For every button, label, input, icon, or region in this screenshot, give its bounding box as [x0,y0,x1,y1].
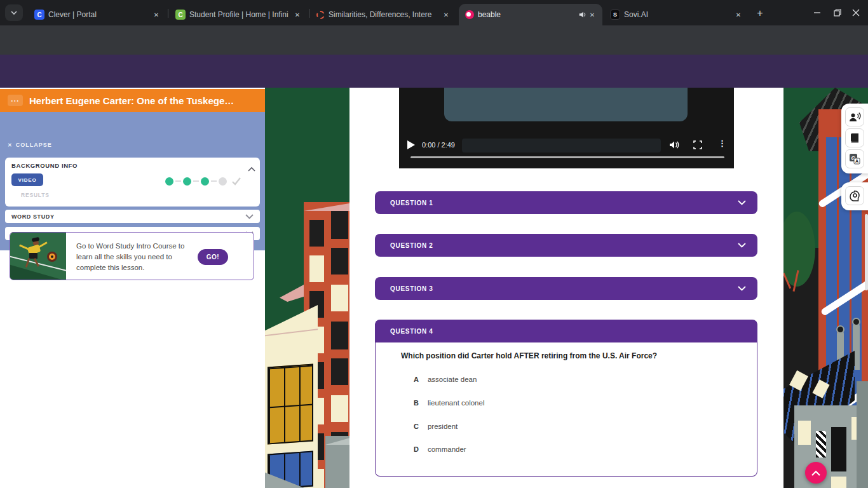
video-player[interactable]: 0:00 / 2:49 ⋮ [399,88,734,168]
new-tab-button[interactable]: + [752,6,768,21]
tab-title: Clever | Portal [48,10,147,19]
tab-close-icon[interactable]: ✕ [733,10,743,20]
answer-option-c[interactable]: C president [414,423,458,430]
question-4-label: QUESTION 4 [390,328,433,335]
option-text: associate dean [428,376,477,383]
text-to-speech-icon [849,112,861,123]
tab-title: Student Profile | Home | Infini [189,10,288,19]
progress-dot-done [183,177,191,186]
question-4-prompt: Which position did Carter hold AFTER ret… [401,351,657,360]
tab-title: Sovi.AI [624,10,729,19]
video-progress-bar[interactable] [410,156,724,158]
option-letter: B [414,399,419,407]
promo-text: Go to Word Study Intro Course to learn a… [66,233,203,280]
tab-search-button[interactable] [5,4,23,21]
question-4-header[interactable]: QUESTION 4 [375,320,757,342]
tab-close-icon[interactable]: ✕ [441,10,451,20]
chevron-down-icon [245,214,254,219]
infinite-campus-favicon: C [175,10,186,20]
option-letter: C [414,423,419,430]
option-text: lieutenant colonel [428,399,485,407]
check-icon [231,177,241,186]
question-1-label: QUESTION 1 [390,200,433,207]
dashed-circle-favicon [316,11,325,19]
background-info-section: BACKGROUND INFO VIDEO RESULTS [5,158,260,207]
soccer-illustration [10,233,66,280]
beable-header: beable MUSCOGEE COUNTY SCHOOL DISTRICT ?… [0,55,868,88]
question-3-label: QUESTION 3 [390,285,433,292]
tab-similarities[interactable]: Similarities, Differences, Intere ✕ [310,4,456,25]
question-2-label: QUESTION 2 [390,242,433,249]
fullscreen-button[interactable] [693,140,702,152]
illustration-gray-sliver [857,381,868,488]
option-text: president [428,423,458,430]
answer-option-d[interactable]: D commander [414,445,466,453]
lesson-title: Herbert Eugene Carter: One of the Tuskeg… [29,95,257,106]
lesson-title-bar: ⋯ Herbert Eugene Carter: One of the Tusk… [0,89,265,112]
volume-button[interactable] [669,140,679,152]
background-info-title: BACKGROUND INFO [11,162,78,169]
translate-button[interactable]: GA [845,149,864,168]
chevron-down-icon [738,243,746,248]
tab-beable-active[interactable]: beable ✕ [459,4,602,25]
tab-clever-portal[interactable]: C Clever | Portal ✕ [28,4,166,25]
text-to-speech-button[interactable] [845,107,864,126]
book-icon [850,133,860,144]
lesson-menu-button[interactable]: ⋯ [8,95,23,106]
minimize-icon [813,9,821,17]
tab-divider [309,9,309,18]
video-menu-button[interactable]: ⋮ [718,139,726,148]
tab-close-icon[interactable]: ✕ [151,10,161,20]
question-1-header[interactable]: QUESTION 1 [375,191,757,214]
browser-tab-strip: C Clever | Portal ✕ C Student Profile | … [0,0,868,25]
word-study-dropdown[interactable]: WORD STUDY [5,210,260,223]
results-tab-button[interactable]: RESULTS [21,192,50,198]
beable-favicon [465,10,474,19]
video-time: 0:00 / 2:49 [422,141,455,149]
tab-audio-icon[interactable] [578,10,587,19]
question-3-header[interactable]: QUESTION 3 [375,277,757,300]
translate-icon: GA [849,153,860,165]
question-4-body: Which position did Carter hold AFTER ret… [375,342,757,477]
sovi-favicon: S [610,10,620,20]
video-buffer-bar[interactable] [462,139,661,152]
lesson-nav-panel: ✕ COLLAPSE BACKGROUND INFO VIDEO RESULTS [0,112,265,250]
chevron-down-icon [738,200,746,205]
tab-title: Similarities, Differences, Intere [329,10,437,19]
window-close-button[interactable] [844,0,868,25]
tab-close-icon[interactable]: ✕ [587,10,597,20]
tab-student-profile[interactable]: C Student Profile | Home | Infini ✕ [169,4,308,25]
restore-icon [834,9,841,17]
illustration-cream-building [265,305,318,488]
word-study-label: WORD STUDY [11,214,55,220]
tab-sovi-ai[interactable]: S Sovi.AI ✕ [604,4,749,25]
option-letter: A [414,376,419,383]
option-text: commander [428,445,466,453]
fullscreen-icon [693,140,702,149]
word-study-promo-card: Go to Word Study Intro Course to learn a… [10,232,254,280]
lesson-content: 0:00 / 2:49 ⋮ QUESTION 1 QUESTION 2 QUES… [349,88,783,488]
dictionary-button[interactable] [845,128,864,147]
chevron-up-icon[interactable] [248,163,255,174]
scrollbar-thumb[interactable] [865,214,868,290]
clever-favicon: C [34,10,44,20]
illustration-tree [778,212,815,287]
scroll-to-top-button[interactable] [805,462,827,484]
progress-dot-done [165,177,173,186]
go-button[interactable]: GO! [198,249,228,265]
answer-option-a[interactable]: A associate dean [414,376,477,383]
answer-option-b[interactable]: B lieutenant colonel [414,399,484,407]
play-button[interactable] [407,140,416,152]
browser-toolbar: muscogee.login.beable.com/lesson/c4f4aa7… [0,25,868,55]
think-helper-button[interactable] [845,186,864,205]
collapse-x-icon: ✕ [8,142,13,148]
play-icon [407,140,416,150]
chevron-down-icon [738,286,746,291]
question-2-header[interactable]: QUESTION 2 [375,234,757,257]
video-tab-button[interactable]: VIDEO [11,173,43,186]
tutor-rail [841,182,868,210]
collapse-button[interactable]: ✕ COLLAPSE [8,142,52,148]
soccer-ball [47,252,57,262]
accessibility-rail: GA [841,104,868,173]
tab-close-icon[interactable]: ✕ [292,10,302,20]
